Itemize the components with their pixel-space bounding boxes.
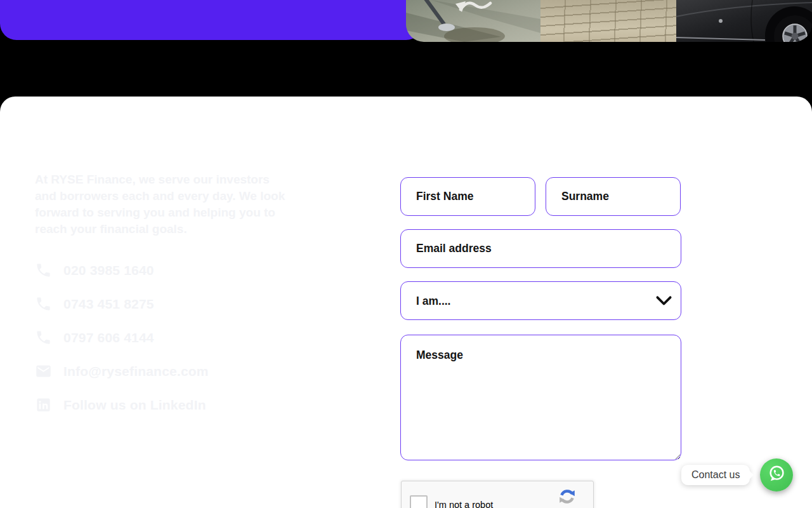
- email-icon: [35, 363, 63, 380]
- hero-photo-collage: [406, 0, 812, 42]
- phone-icon: [35, 262, 63, 279]
- phone-number: 020 3985 1640: [63, 263, 154, 278]
- hero-photo-pavement-arrow: [406, 0, 540, 42]
- phone-link[interactable]: 020 3985 1640: [35, 253, 301, 287]
- role-select[interactable]: I am....: [400, 281, 681, 320]
- linkedin-label: Follow us on LinkedIn: [63, 398, 206, 413]
- first-name-input[interactable]: [400, 177, 535, 216]
- contact-list: 020 3985 1640 0743 451 8275 0797 606 414…: [35, 253, 301, 422]
- message-textarea[interactable]: [400, 335, 681, 460]
- recaptcha-widget: I'm not a robot: [401, 481, 594, 508]
- phone-number: 0743 451 8275: [63, 297, 154, 312]
- hero-purple-panel: [0, 0, 422, 40]
- phone-link[interactable]: 0797 606 4144: [35, 321, 301, 354]
- linkedin-link[interactable]: Follow us on LinkedIn: [35, 388, 301, 422]
- linkedin-icon: [35, 396, 63, 413]
- recaptcha-label: I'm not a robot: [435, 500, 493, 508]
- recaptcha-icon: [558, 487, 577, 506]
- email-link[interactable]: Info@rysefinance.com: [35, 354, 301, 388]
- surname-input[interactable]: [546, 177, 681, 216]
- recaptcha-checkbox[interactable]: [410, 495, 428, 508]
- hero-photo-black-car: [676, 0, 812, 42]
- contact-section-card: At RYSE Finance, we serve our investors …: [0, 97, 812, 508]
- about-text: At RYSE Finance, we serve our investors …: [35, 171, 291, 237]
- whatsapp-icon: [766, 463, 787, 487]
- phone-icon: [35, 295, 63, 312]
- email-address: Info@rysefinance.com: [63, 364, 209, 379]
- phone-link[interactable]: 0743 451 8275: [35, 287, 301, 321]
- whatsapp-tooltip[interactable]: Contact us: [681, 465, 750, 485]
- phone-number: 0797 606 4144: [63, 330, 154, 345]
- email-input[interactable]: [400, 229, 681, 268]
- phone-icon: [35, 329, 63, 346]
- page: At RYSE Finance, we serve our investors …: [0, 0, 812, 508]
- hero-photo-paving-bricks: [540, 0, 676, 42]
- whatsapp-button[interactable]: [760, 458, 793, 491]
